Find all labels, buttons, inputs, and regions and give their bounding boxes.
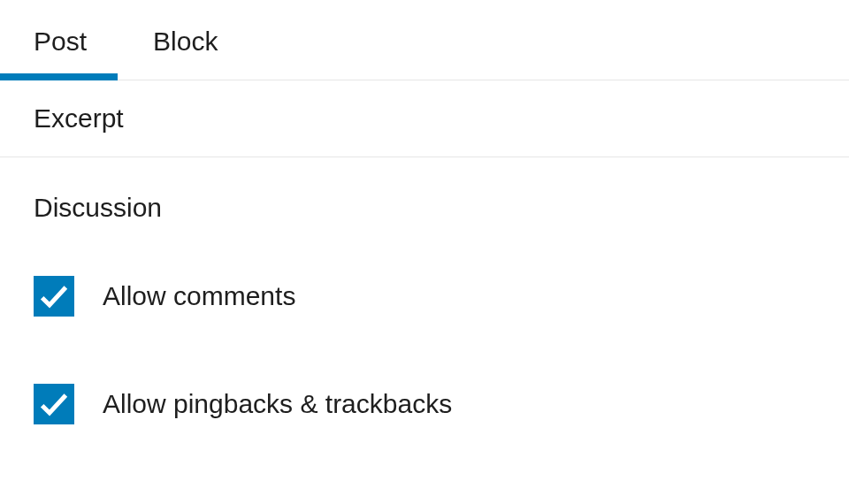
- settings-tabs: Post Block: [0, 0, 849, 80]
- checkbox-allow-comments-box: [34, 276, 74, 317]
- checkbox-allow-comments-label: Allow comments: [103, 281, 295, 311]
- checkmark-icon: [36, 386, 72, 422]
- checkbox-allow-pingbacks[interactable]: Allow pingbacks & trackbacks: [34, 366, 815, 442]
- panel-excerpt-title: Excerpt: [34, 103, 124, 133]
- checkbox-allow-pingbacks-box: [34, 384, 74, 424]
- panel-excerpt: Excerpt: [0, 80, 849, 157]
- panel-discussion-title: Discussion: [34, 193, 162, 222]
- tab-block-label: Block: [153, 27, 218, 56]
- tab-post-label: Post: [34, 27, 87, 56]
- tab-post[interactable]: Post: [0, 0, 118, 80]
- tab-block[interactable]: Block: [118, 0, 246, 80]
- panel-discussion-toggle[interactable]: Discussion: [34, 193, 815, 258]
- checkbox-allow-pingbacks-label: Allow pingbacks & trackbacks: [103, 389, 452, 419]
- panel-discussion: Discussion Allow comments Allow pingback…: [0, 157, 849, 451]
- checkbox-allow-comments[interactable]: Allow comments: [34, 258, 815, 334]
- checkmark-icon: [36, 279, 72, 314]
- panel-excerpt-toggle[interactable]: Excerpt: [0, 80, 849, 157]
